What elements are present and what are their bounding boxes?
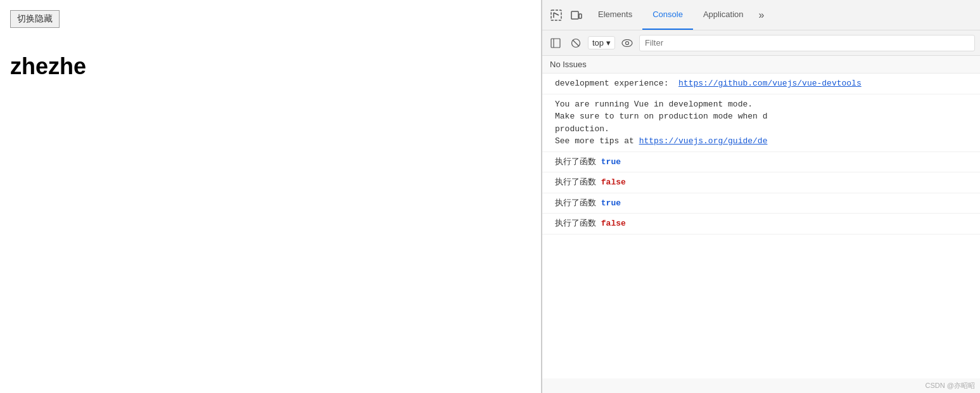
log4-bool: false (601, 219, 626, 228)
log3-text: 执行了函数 (555, 198, 601, 208)
log2-bool: false (601, 177, 626, 187)
log1-text: 执行了函数 (555, 157, 601, 167)
console-entry-vue-warning: You are running Vue in development mode.… (542, 94, 980, 152)
log3-bool: true (601, 198, 621, 208)
sidebar-toggle-icon[interactable] (547, 35, 564, 51)
tab-application[interactable]: Application (693, 0, 754, 30)
svg-point-10 (626, 41, 629, 44)
devtools-panel: Elements Console Application » top ▾ (542, 0, 980, 393)
tab-console[interactable]: Console (642, 0, 693, 30)
console-entry-log1: 执行了函数 true (542, 152, 980, 173)
svg-point-9 (622, 39, 632, 46)
devtools-top-toolbar: Elements Console Application » (542, 0, 980, 30)
svg-rect-5 (551, 39, 560, 48)
tab-elements[interactable]: Elements (588, 0, 642, 30)
toggle-hidden-button[interactable]: 切换隐藏 (10, 10, 60, 28)
page-heading: zhezhe (10, 53, 531, 80)
clear-console-icon[interactable] (568, 35, 584, 51)
devtools-link[interactable]: https://github.com/vuejs/vue-devtools (678, 79, 862, 88)
svg-rect-3 (571, 11, 578, 19)
svg-rect-0 (551, 10, 561, 20)
console-output: development experience: https://github.c… (542, 74, 980, 378)
inspect-icon[interactable] (547, 6, 565, 24)
svg-line-1 (554, 13, 559, 15)
console-entry-log2: 执行了函数 false (542, 172, 980, 193)
page-left-panel: 切换隐藏 zhezhe (0, 0, 542, 393)
devtools-tabs: Elements Console Application » (588, 0, 975, 30)
svg-line-8 (573, 40, 579, 46)
context-label: top (592, 38, 604, 48)
console-entry-log3: 执行了函数 true (542, 193, 980, 214)
dropdown-arrow-icon: ▾ (606, 38, 611, 48)
console-text-devtools: development experience: (555, 79, 673, 88)
console-toolbar: top ▾ (542, 30, 980, 56)
log2-text: 执行了函数 (555, 177, 601, 187)
context-selector[interactable]: top ▾ (588, 36, 615, 49)
eye-icon[interactable] (619, 35, 635, 51)
tab-more-button[interactable]: » (754, 10, 770, 21)
log4-text: 执行了函数 (555, 219, 601, 228)
vue-guide-link[interactable]: https://vuejs.org/guide/de (639, 136, 768, 146)
no-issues-bar: No Issues (542, 56, 980, 74)
responsive-icon[interactable] (568, 6, 585, 24)
filter-input[interactable] (639, 35, 975, 51)
watermark: CSDN @亦昭昭 (542, 378, 980, 393)
log1-bool: true (601, 157, 621, 167)
console-entry-devtools: development experience: https://github.c… (542, 74, 980, 94)
svg-rect-4 (579, 14, 582, 18)
console-entry-log4: 执行了函数 false (542, 214, 980, 235)
